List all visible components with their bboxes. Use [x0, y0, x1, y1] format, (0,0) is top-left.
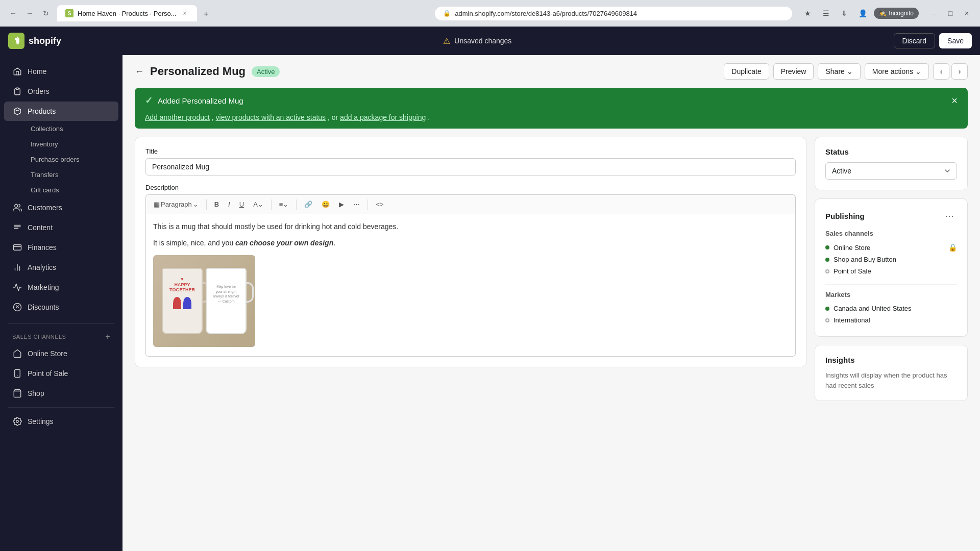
sidebar-item-orders[interactable]: Orders	[4, 82, 118, 101]
shop-buy-dot	[825, 258, 829, 262]
browser-nav: ← → ↻	[6, 6, 53, 20]
more-actions-chevron-icon: ⌄	[915, 67, 921, 76]
code-button[interactable]: <>	[372, 198, 387, 211]
add-another-link[interactable]: Add another product	[145, 113, 210, 121]
products-icon	[12, 106, 22, 116]
underline-button[interactable]: U	[236, 198, 248, 211]
link-button[interactable]: 🔗	[301, 198, 316, 211]
sidebar-item-inventory[interactable]: Inventory	[22, 137, 118, 152]
sidebar-item-online-store[interactable]: Online Store	[4, 344, 118, 363]
emoji-button[interactable]: 😀	[318, 198, 333, 211]
save-button[interactable]: Save	[939, 33, 972, 48]
maximize-button[interactable]: □	[943, 6, 958, 20]
extensions-button[interactable]: ☰	[819, 6, 833, 20]
success-title: Added Personalized Mug	[158, 96, 243, 105]
svg-point-1	[15, 204, 18, 207]
orders-icon	[12, 86, 22, 96]
banner-sep1: ,	[212, 113, 216, 121]
share-button[interactable]: Share ⌄	[818, 63, 860, 80]
new-tab-button[interactable]: +	[199, 7, 213, 21]
sidebar-item-settings[interactable]: Settings	[4, 412, 118, 431]
desc-line2: It is simple, nice, and you can choose y…	[153, 237, 788, 248]
bold-button[interactable]: B	[211, 198, 223, 211]
description-label: Description	[145, 184, 796, 191]
insights-card: Insights Insights will display when the …	[815, 345, 968, 401]
format-dropdown[interactable]: ▦ Paragraph ⌄	[150, 198, 202, 211]
content-icon	[12, 222, 22, 233]
sidebar-item-transfers[interactable]: Transfers	[22, 167, 118, 182]
sidebar-item-products[interactable]: Products	[4, 102, 118, 121]
format-icon: ▦	[154, 201, 160, 208]
status-card: Status Active Draft	[815, 137, 968, 190]
sidebar-item-marketing[interactable]: Marketing	[4, 278, 118, 297]
back-button[interactable]: ←	[135, 66, 144, 77]
download-button[interactable]: ⇓	[837, 6, 851, 20]
markets-section: Markets Canada and United States Interna…	[825, 284, 957, 326]
italic-button[interactable]: I	[225, 198, 234, 211]
publishing-more-button[interactable]: ⋯	[942, 209, 957, 222]
discard-button[interactable]: Discard	[894, 33, 935, 48]
title-label: Title	[145, 147, 796, 155]
address-bar[interactable]: 🔒 admin.shopify.com/store/de8143-a6/prod…	[435, 7, 792, 20]
text-color-button[interactable]: A⌄	[250, 198, 267, 211]
shopify-logo-icon	[8, 33, 24, 49]
page-header: ← Personalized Mug Active Duplicate Prev…	[122, 55, 980, 88]
sidebar-home-label: Home	[28, 67, 46, 76]
online-store-label: Online Store	[834, 244, 870, 252]
close-window-button[interactable]: ×	[960, 6, 974, 20]
banner-close-button[interactable]: ×	[951, 95, 958, 106]
next-product-button[interactable]: ›	[951, 63, 968, 80]
active-tab[interactable]: S Home Haven · Products · Perso... ×	[57, 5, 197, 21]
lock-icon: 🔒	[443, 10, 451, 17]
profile-button[interactable]: 👤	[855, 6, 870, 20]
format-chevron: ⌄	[193, 201, 199, 208]
sidebar: Home Orders Products Collections Invento…	[0, 55, 122, 551]
bookmark-button[interactable]: ★	[800, 6, 815, 20]
sidebar-item-purchase-orders[interactable]: Purchase orders	[22, 152, 118, 167]
align-button[interactable]: ≡⌄	[276, 198, 292, 211]
channel-online-store: Online Store 🔒	[825, 241, 957, 254]
sidebar-item-gift-cards[interactable]: Gift cards	[22, 183, 118, 197]
page-title: Personalized Mug	[150, 65, 246, 78]
add-sales-channel-icon[interactable]: +	[105, 332, 110, 341]
insights-description: Insights will display when the product h…	[825, 370, 957, 390]
sidebar-nav: Home Orders Products Collections Invento…	[0, 59, 122, 319]
sidebar-item-analytics[interactable]: Analytics	[4, 258, 118, 277]
media-button[interactable]: ▶	[335, 198, 348, 211]
preview-button[interactable]: Preview	[773, 63, 814, 80]
online-store-action[interactable]: 🔒	[948, 243, 957, 252]
duplicate-button[interactable]: Duplicate	[724, 63, 769, 80]
status-select[interactable]: Active Draft	[825, 162, 957, 180]
tab-close-button[interactable]: ×	[181, 9, 189, 17]
sidebar-item-home[interactable]: Home	[4, 62, 118, 81]
back-button[interactable]: ←	[6, 6, 20, 20]
svg-rect-2	[14, 245, 21, 251]
description-editor[interactable]: This is a mug that should mostly be used…	[145, 214, 796, 357]
analytics-icon	[12, 262, 22, 272]
sidebar-item-content[interactable]: Content	[4, 218, 118, 237]
sidebar-item-discounts[interactable]: Discounts	[4, 297, 118, 317]
sidebar-item-collections[interactable]: Collections	[22, 121, 118, 136]
view-active-link[interactable]: view products with an active status	[216, 113, 326, 121]
sidebar-item-point-of-sale[interactable]: Point of Sale	[4, 364, 118, 383]
sidebar-products-sub: Collections Inventory Purchase orders Tr…	[0, 121, 122, 197]
sidebar-item-finances[interactable]: Finances	[4, 238, 118, 257]
sidebar-item-customers[interactable]: Customers	[4, 198, 118, 217]
title-input[interactable]	[145, 158, 796, 176]
more-button[interactable]: ⋯	[350, 198, 363, 211]
minimize-button[interactable]: –	[927, 6, 941, 20]
sidebar-discounts-label: Discounts	[28, 303, 59, 311]
prev-product-button[interactable]: ‹	[933, 63, 949, 80]
shop-buy-label: Shop and Buy Button	[834, 256, 896, 263]
forward-button[interactable]: →	[22, 6, 37, 20]
publishing-header: Publishing ⋯	[825, 209, 957, 222]
refresh-button[interactable]: ↻	[39, 6, 53, 20]
pos-icon	[12, 368, 22, 379]
sidebar-item-shop[interactable]: Shop	[4, 384, 118, 403]
success-icon: ✓	[145, 95, 153, 106]
add-shipping-link[interactable]: add a package for shipping	[340, 113, 426, 121]
toolbar-separator-1	[206, 199, 207, 210]
app-layout: Home Orders Products Collections Invento…	[0, 55, 980, 551]
more-actions-button[interactable]: More actions ⌄	[865, 63, 929, 80]
sales-channels-label: Sales channels +	[0, 328, 122, 343]
